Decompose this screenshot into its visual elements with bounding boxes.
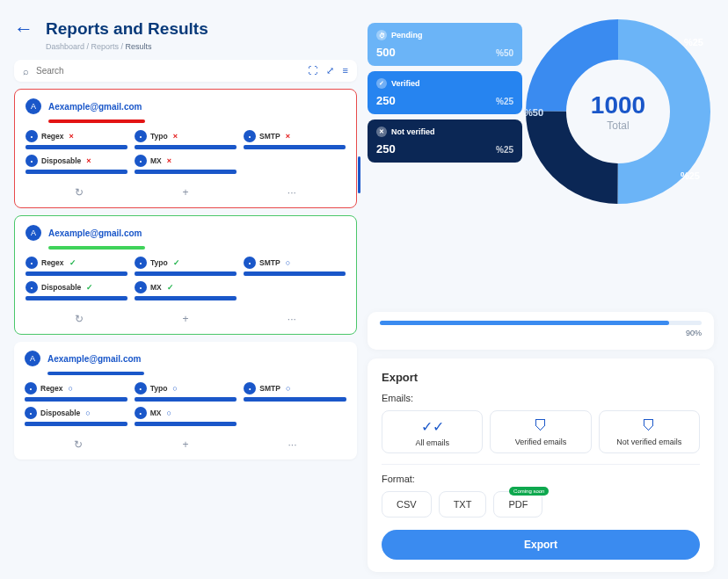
opt-notverified-emails[interactable]: ⛉Not verified emails	[599, 410, 700, 453]
check-mark-icon: ×	[86, 156, 91, 165]
email-address[interactable]: Aexample@gmail.com	[48, 102, 142, 112]
check-item: •Disposable○	[25, 407, 127, 426]
stat-verified[interactable]: ✓Verified 250%25	[368, 71, 522, 114]
stat-notverified[interactable]: ✕Not verified 250%25	[368, 119, 522, 163]
check-mark-icon: ○	[172, 384, 177, 393]
search-bar: ⌕ ⛶ ⤢ ≡	[14, 60, 357, 82]
donut-total: 1000	[591, 91, 645, 119]
result-card[interactable]: AAexample@gmail.com•Regex○•Typo○•SMTP○•D…	[14, 342, 357, 460]
check-item: •Regex○	[25, 382, 127, 402]
refresh-icon[interactable]: ↻	[75, 313, 84, 325]
check-bar	[135, 422, 237, 426]
check-mark-icon: ×	[167, 156, 171, 165]
stat-pending[interactable]: ⏱Pending 500%50	[368, 23, 522, 66]
scrollbar-thumb[interactable]	[358, 156, 360, 193]
check-mark-icon: ○	[286, 384, 290, 393]
check-type-icon: •	[135, 257, 147, 269]
check-mark-icon: ✓	[167, 283, 174, 292]
avatar: A	[25, 225, 41, 241]
check-mark-icon: ×	[286, 132, 290, 141]
check-mark-icon: ×	[173, 132, 178, 141]
export-title: Export	[382, 371, 700, 384]
check-mark-icon: ○	[69, 384, 73, 393]
result-card[interactable]: AAexample@gmail.com•Regex✓•Typo✓•SMTP○•D…	[14, 215, 357, 335]
breadcrumb-item[interactable]: Dashboard	[46, 42, 84, 51]
double-check-icon: ✓✓	[388, 418, 477, 435]
email-address[interactable]: Aexample@gmail.com	[48, 228, 142, 238]
list-icon[interactable]: ≡	[343, 65, 348, 76]
check-item: •Typo○	[135, 382, 237, 402]
check-type-icon: •	[244, 257, 256, 269]
check-type-icon: •	[25, 130, 38, 142]
more-icon[interactable]: ···	[288, 438, 296, 451]
check-label: Typo	[150, 384, 168, 393]
shield-x-icon: ⛉	[605, 418, 694, 434]
more-icon[interactable]: ···	[288, 313, 296, 325]
export-button[interactable]: Export	[382, 530, 700, 560]
check-mark-icon: ×	[69, 132, 74, 141]
expand-icon[interactable]: ⤢	[326, 65, 334, 76]
check-bar	[135, 397, 237, 402]
check-bar	[244, 145, 346, 149]
check-label: Regex	[40, 384, 63, 393]
stat-label: Verified	[391, 79, 420, 88]
check-item: •MX✓	[135, 281, 237, 300]
check-item: •Disposable×	[25, 155, 127, 174]
plus-icon[interactable]: +	[182, 186, 188, 199]
check-mark-icon: ○	[166, 409, 171, 417]
plus-icon[interactable]: +	[182, 313, 188, 325]
check-bar	[135, 170, 237, 174]
check-label: Typo	[150, 132, 168, 141]
check-label: Disposable	[41, 283, 81, 292]
check-mark-icon: ✓	[69, 258, 76, 267]
check-type-icon: •	[135, 407, 147, 419]
check-bar	[244, 397, 346, 402]
page-title: Reports and Results	[46, 19, 208, 39]
check-label: SMTP	[259, 258, 280, 267]
donut-segment-label: %25	[681, 170, 700, 181]
fmt-pdf[interactable]: PDFComing soon	[493, 491, 542, 517]
check-mark-icon: ✓	[173, 258, 180, 267]
check-bar	[25, 170, 127, 174]
check-item: •Regex×	[25, 130, 127, 149]
check-label: Typo	[150, 258, 168, 267]
clock-icon: ⏱	[376, 30, 387, 40]
email-address[interactable]: Aexample@gmail.com	[47, 354, 141, 364]
check-type-icon: •	[25, 281, 38, 293]
check-item: •Typo✓	[135, 257, 237, 276]
check-item: •Typo×	[135, 130, 237, 149]
fmt-csv[interactable]: CSV	[382, 491, 432, 517]
search-input[interactable]	[36, 66, 301, 76]
check-type-icon: •	[135, 155, 147, 167]
scan-icon[interactable]: ⛶	[308, 65, 317, 76]
check-bar	[25, 271, 127, 276]
check-bar	[25, 145, 127, 149]
check-type-icon: •	[244, 130, 256, 142]
export-panel: Export Emails: ✓✓All emails ⛉Verified em…	[368, 358, 714, 572]
x-circle-icon: ✕	[376, 127, 387, 137]
opt-verified-emails[interactable]: ⛉Verified emails	[490, 410, 591, 453]
refresh-icon[interactable]: ↻	[74, 438, 83, 451]
status-underline	[47, 372, 144, 375]
check-bar	[135, 271, 237, 276]
format-section-label: Format:	[382, 474, 700, 484]
check-mark-icon: ○	[286, 258, 290, 267]
donut-segment-label: %50	[524, 107, 543, 118]
check-label: SMTP	[259, 132, 280, 141]
result-card[interactable]: AAexample@gmail.com•Regex×•Typo×•SMTP×•D…	[14, 89, 357, 208]
fmt-txt[interactable]: TXT	[439, 491, 487, 517]
refresh-icon[interactable]: ↻	[75, 186, 84, 199]
check-bar	[244, 271, 346, 276]
back-arrow-icon[interactable]: ←	[14, 18, 33, 40]
check-type-icon: •	[244, 382, 256, 394]
opt-all-emails[interactable]: ✓✓All emails	[382, 410, 483, 453]
check-item: •Disposable✓	[25, 281, 127, 300]
stat-value: 250	[376, 142, 396, 156]
check-bar	[135, 145, 237, 149]
plus-icon[interactable]: +	[182, 438, 188, 451]
breadcrumb-item[interactable]: Reports	[91, 42, 120, 51]
stat-label: Not verified	[391, 127, 435, 136]
check-type-icon: •	[25, 407, 37, 419]
stat-pct: %50	[496, 48, 513, 58]
more-icon[interactable]: ···	[288, 186, 296, 199]
